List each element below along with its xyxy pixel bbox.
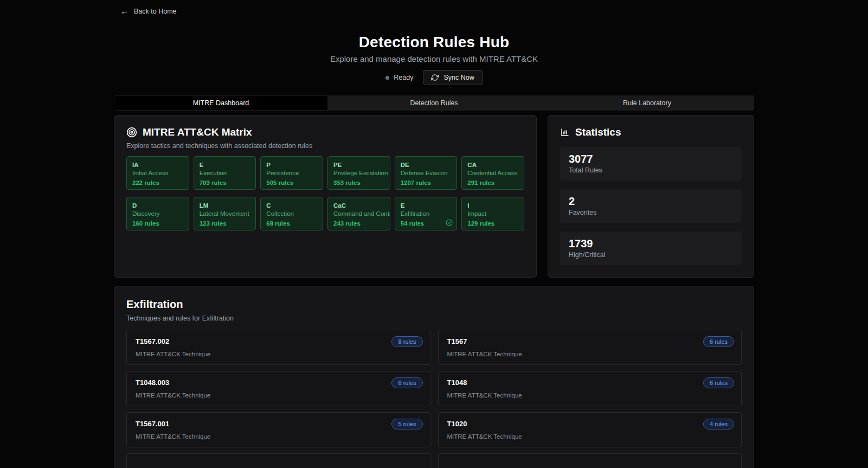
tactic-grid: IA Initial Access 222 rules E Execution …	[126, 156, 524, 230]
technique-card[interactable]: T1048.003 MITRE ATT&CK Technique 6 rules	[126, 371, 430, 406]
technique-card[interactable]: T1048 MITRE ATT&CK Technique 6 rules	[438, 371, 742, 406]
technique-id: T1567.001	[136, 420, 421, 428]
technique-subtitle: MITRE ATT&CK Technique	[447, 433, 733, 440]
tactic-name: Defense Evasion	[401, 170, 452, 176]
stat-label: Total Rules	[569, 166, 733, 174]
back-to-home-link[interactable]: ← Back to Home	[120, 7, 177, 15]
tactic-rule-count: 68 rules	[266, 220, 317, 227]
tactic-abbr: P	[266, 162, 317, 168]
rule-count-badge: 8 rules	[391, 336, 422, 347]
tab-bar: MITRE Dashboard Detection Rules Rule Lab…	[114, 95, 754, 111]
tactic-name: Lateral Movement	[200, 210, 250, 217]
tab[interactable]: Detection Rules	[327, 96, 541, 110]
stat-label: Favorites	[569, 209, 733, 216]
stat-box: 2 Favorites	[560, 189, 742, 223]
tactic-name: Execution	[200, 170, 250, 176]
tactic-rule-count: 54 rules	[401, 220, 452, 227]
check-circle-icon	[446, 219, 453, 226]
tab-label: MITRE Dashboard	[193, 99, 249, 107]
tactic-name: Exfiltration	[401, 210, 452, 217]
section-subtitle: Techniques and rules for Exfiltration	[126, 315, 742, 322]
page-title: Detection Rules Hub	[114, 34, 754, 51]
tactic-rule-count: 160 rules	[132, 220, 183, 227]
technique-card[interactable]: T1020 MITRE ATT&CK Technique 4 rules	[438, 412, 742, 447]
tactic-tile[interactable]: CA Credential Access 291 rules	[461, 156, 524, 190]
technique-id: T1048	[447, 379, 733, 387]
tactic-tile[interactable]: E Execution 703 rules	[194, 156, 256, 190]
matrix-card-subtitle: Explore tactics and techniques with asso…	[126, 142, 524, 150]
rule-count-badge: 6 rules	[703, 336, 734, 347]
tactic-tile[interactable]: I Impact 129 rules	[461, 197, 524, 230]
back-arrow-icon: ←	[120, 7, 128, 15]
tactic-abbr: E	[200, 162, 250, 168]
tab-label: Detection Rules	[410, 99, 458, 107]
tactic-tile[interactable]: P Persistence 505 rules	[260, 156, 323, 190]
page-container: ← Back to Home Detection Rules Hub Explo…	[114, 0, 754, 468]
tactic-abbr: LM	[200, 202, 250, 209]
technique-card-partial[interactable]	[126, 453, 430, 468]
rule-count-badge: 6 rules	[703, 377, 734, 388]
status-indicator: Ready	[385, 70, 413, 85]
technique-card[interactable]: T1567.001 MITRE ATT&CK Technique 5 rules	[126, 412, 430, 447]
technique-id: T1567	[447, 337, 733, 345]
tactic-tile[interactable]: PE Privilege Escalation 353 rules	[327, 156, 390, 190]
stat-value: 2	[569, 195, 733, 208]
stat-value: 3077	[569, 153, 733, 165]
technique-card[interactable]: T1567.002 MITRE ATT&CK Technique 8 rules	[126, 330, 430, 365]
tactic-tile[interactable]: IA Initial Access 222 rules	[126, 156, 189, 190]
tactic-tile[interactable]: E Exfiltration 54 rules	[395, 197, 458, 230]
stat-value: 1739	[569, 238, 733, 250]
technique-subtitle: MITRE ATT&CK Technique	[136, 392, 421, 399]
tab-label: Rule Laboratory	[623, 99, 671, 107]
tactic-rule-count: 353 rules	[333, 179, 384, 186]
main-grid: MITRE ATT&CK Matrix Explore tactics and …	[114, 115, 754, 278]
tactic-name: Collection	[266, 210, 317, 217]
tactic-tile[interactable]: D Discovery 160 rules	[126, 197, 189, 230]
rule-count-badge: 6 rules	[391, 377, 422, 388]
tactic-rule-count: 291 rules	[467, 179, 518, 186]
tactic-name: Credential Access	[467, 170, 518, 176]
tactic-tile[interactable]: DE Defense Evasion 1207 rules	[395, 156, 458, 190]
sync-now-button[interactable]: Sync Now	[423, 70, 482, 85]
tactic-rule-count: 129 rules	[467, 220, 518, 227]
tactic-abbr: E	[401, 202, 452, 209]
sync-button-label: Sync Now	[443, 74, 474, 81]
technique-subtitle: MITRE ATT&CK Technique	[136, 351, 421, 357]
tactic-rule-count: 1207 rules	[401, 179, 452, 186]
back-link-label: Back to Home	[134, 8, 177, 15]
tab[interactable]: Rule Laboratory	[541, 96, 754, 110]
statistics-card-header: Statistics	[560, 126, 742, 138]
stat-label: High/Critical	[569, 251, 733, 259]
tactic-tile[interactable]: CaC Command and Control 243 rules	[327, 197, 390, 230]
tactic-abbr: CaC	[333, 202, 384, 209]
tactic-name: Privilege Escalation	[333, 170, 384, 176]
rule-count-badge: 4 rules	[703, 419, 734, 429]
technique-grid: T1567.002 MITRE ATT&CK Technique 8 rules…	[126, 330, 742, 468]
exfiltration-section-card: Exfiltration Techniques and rules for Ex…	[114, 286, 754, 468]
refresh-icon	[431, 74, 439, 81]
tactic-abbr: CA	[467, 162, 518, 168]
tactic-abbr: D	[132, 202, 183, 209]
tactic-tile[interactable]: LM Lateral Movement 123 rules	[194, 197, 256, 230]
tab[interactable]: MITRE Dashboard	[114, 96, 327, 110]
matrix-card-header: MITRE ATT&CK Matrix	[126, 126, 524, 138]
tactic-name: Persistence	[266, 170, 317, 176]
tactic-abbr: PE	[333, 162, 384, 168]
tactic-abbr: DE	[401, 162, 452, 168]
status-label: Ready	[394, 74, 413, 81]
tactic-name: Impact	[467, 210, 518, 217]
target-icon	[126, 127, 137, 138]
section-title: Exfiltration	[126, 298, 742, 311]
statistics-card: Statistics 3077 Total Rules 2 Favorites …	[548, 115, 754, 278]
technique-card-partial[interactable]	[438, 453, 742, 468]
technique-id: T1048.003	[136, 379, 421, 387]
tactic-rule-count: 243 rules	[333, 220, 384, 227]
tactic-name: Command and Control	[333, 210, 384, 217]
technique-card[interactable]: T1567 MITRE ATT&CK Technique 6 rules	[438, 330, 742, 365]
stat-box: 3077 Total Rules	[560, 147, 742, 181]
tactic-rule-count: 123 rules	[200, 220, 250, 227]
tactic-tile[interactable]: C Collection 68 rules	[260, 197, 323, 230]
mitre-matrix-card: MITRE ATT&CK Matrix Explore tactics and …	[114, 115, 537, 278]
technique-id: T1020	[447, 420, 733, 428]
page-subtitle: Explore and manage detection rules with …	[114, 54, 754, 63]
